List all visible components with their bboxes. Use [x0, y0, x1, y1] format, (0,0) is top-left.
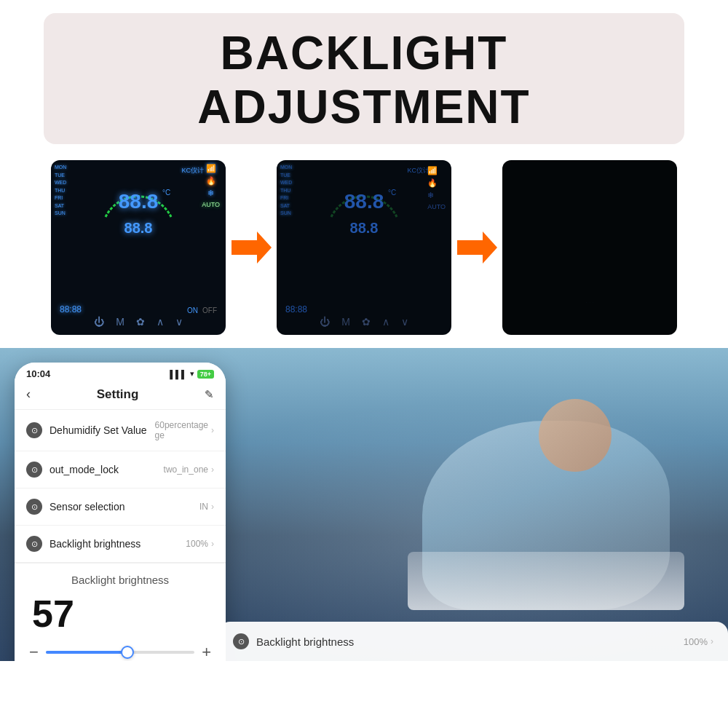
- dehumidify-chevron: ›: [211, 425, 214, 435]
- thermo-days-dim: MONTUEWEDTHUFRISATSUN: [280, 164, 292, 218]
- svg-marker-2: [232, 232, 272, 264]
- thermo-buttons-bright: ⏻M✿∧∨: [94, 316, 183, 328]
- out-mode-value: two_in_one: [164, 464, 208, 475]
- svg-marker-5: [457, 232, 497, 264]
- settings-item-out-mode[interactable]: ⊙ out_mode_lock two_in_one ›: [15, 451, 226, 488]
- thermo-icons-dim: 📶 🔥 ❄ AUTO: [427, 166, 446, 210]
- thermo-icons-right: 📶 🔥 ❄ AUTO: [202, 164, 220, 208]
- svg-text:88.8: 88.8: [344, 190, 384, 213]
- dehumidify-value: 60percentagege: [155, 420, 208, 440]
- slider-fill: [46, 651, 127, 654]
- thermo-brand-dim: KC仪计: [407, 166, 430, 175]
- phone-time: 10:04: [26, 368, 50, 379]
- settings-item-backlight[interactable]: ⊙ Backlight brightness 100% ›: [15, 526, 226, 563]
- backlight-chevron: ›: [211, 539, 214, 549]
- slider-plus[interactable]: +: [202, 643, 211, 661]
- thermo-brand: KC仪计: [181, 166, 204, 175]
- bottom-card-icon: ⊙: [233, 633, 249, 649]
- title-area: BACKLIGHT ADJUSTMENT: [44, 13, 684, 144]
- bottom-card-item[interactable]: ⊙ Backlight brightness 100% ›: [233, 633, 713, 649]
- backlight-value: 100%: [186, 539, 208, 549]
- thermo-set-dim: 88.8: [350, 220, 379, 237]
- phone-mockup: 10:04 ▌▌▌ ▾ 78+ ‹ Setting ✎ ⊙ Dehumidify…: [15, 363, 226, 661]
- svg-text:88.8: 88.8: [119, 190, 159, 213]
- person-illustration: [408, 377, 684, 654]
- brightness-modal: Backlight brightness 57 − + Cancel Confi…: [15, 563, 226, 661]
- dehumidify-label: Dehumidify Set Value: [50, 424, 155, 436]
- backlight-icon: ⊙: [26, 536, 42, 552]
- bottom-card-value: 100%: [684, 636, 708, 647]
- brightness-modal-title: Backlight brightness: [29, 574, 211, 586]
- wifi-icon: ▾: [190, 369, 194, 379]
- thermostat-dark: · · ·: [502, 160, 677, 335]
- svg-text:°C: °C: [162, 189, 170, 197]
- dehumidify-icon: ⊙: [26, 422, 42, 438]
- page-title: BACKLIGHT ADJUSTMENT: [51, 26, 677, 134]
- thermo-set-temp: 88.8: [124, 220, 153, 237]
- settings-item-sensor[interactable]: ⊙ Sensor selection IN ›: [15, 488, 226, 526]
- bottom-card-chevron: ›: [711, 636, 713, 646]
- arrow-2: [451, 232, 502, 264]
- thermostat-dim: MONTUEWEDTHUFRISATSUN KC仪计 88.8 °C 📶 🔥 ❄…: [277, 160, 451, 335]
- sensor-icon: ⊙: [26, 499, 42, 515]
- phone-status-bar: 10:04 ▌▌▌ ▾ 78+: [15, 363, 226, 382]
- thermo-time-dim: 88:88: [285, 304, 307, 314]
- out-mode-icon: ⊙: [26, 462, 42, 478]
- back-button[interactable]: ‹: [26, 387, 31, 402]
- phone-settings-list: ⊙ Dehumidify Set Value 60percentagege › …: [15, 410, 226, 563]
- settings-item-dehumidify[interactable]: ⊙ Dehumidify Set Value 60percentagege ›: [15, 410, 226, 451]
- thermo-days: MONTUEWEDTHUFRISATSUN: [55, 164, 66, 218]
- arrow-1: [226, 232, 277, 264]
- phone-status-icons: ▌▌▌ ▾ 78+: [170, 369, 214, 379]
- thermo-buttons-dim: ⏻M✿∧∨: [320, 316, 408, 328]
- thermo-dark-hint: · · ·: [585, 299, 593, 306]
- svg-text:°C: °C: [388, 189, 396, 197]
- backlight-label: Backlight brightness: [50, 538, 186, 550]
- phone-header-title: Setting: [97, 387, 139, 402]
- signal-icon: ▌▌▌: [170, 370, 186, 379]
- brightness-value: 57: [29, 592, 211, 636]
- sensor-label: Sensor selection: [50, 501, 199, 513]
- thermo-bottom-row: ONOFF: [187, 306, 217, 314]
- bottom-card-label: Backlight brightness: [256, 636, 684, 648]
- edit-icon[interactable]: ✎: [205, 388, 214, 401]
- phone-header: ‹ Setting ✎: [15, 382, 226, 410]
- out-mode-label: out_mode_lock: [50, 464, 164, 475]
- brightness-slider[interactable]: [46, 651, 194, 654]
- sensor-chevron: ›: [211, 502, 214, 512]
- slider-minus[interactable]: −: [29, 643, 39, 661]
- slider-thumb[interactable]: [121, 646, 134, 659]
- sensor-value: IN: [199, 502, 208, 512]
- battery-badge: 78+: [197, 370, 214, 379]
- thermostat-bright: MONTUEWEDTHUFRISATSUN KC仪计 88.8 °C 📶 🔥 ❄…: [51, 160, 226, 335]
- thermo-time: 88:88: [60, 304, 82, 314]
- brightness-slider-row: − +: [29, 643, 211, 661]
- thermostat-row: MONTUEWEDTHUFRISATSUN KC仪计 88.8 °C 📶 🔥 ❄…: [0, 144, 728, 335]
- out-mode-chevron: ›: [211, 464, 214, 475]
- bottom-half: 10:04 ▌▌▌ ▾ 78+ ‹ Setting ✎ ⊙ Dehumidify…: [0, 348, 728, 661]
- bottom-overlay-card: ⊙ Backlight brightness 100% ›: [218, 622, 728, 661]
